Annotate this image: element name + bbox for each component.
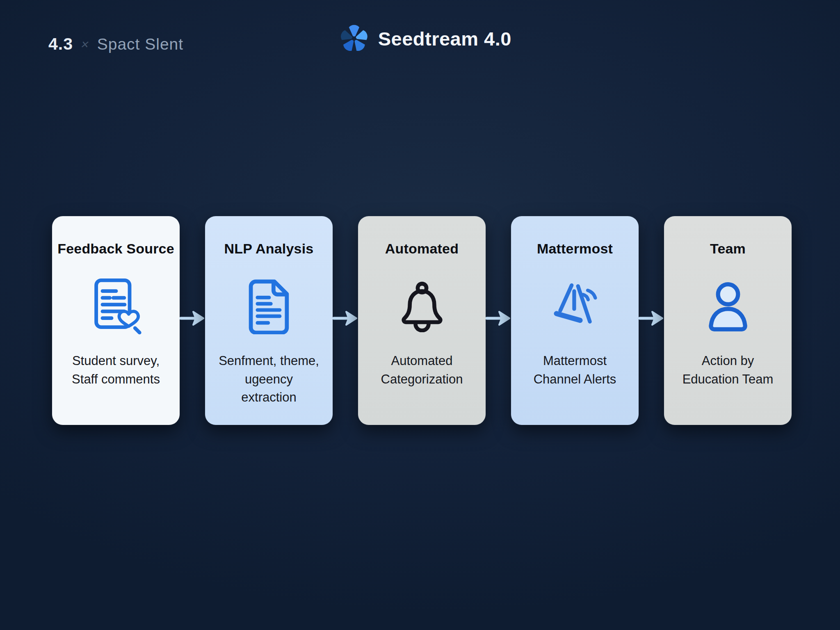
- card-team: Team Action by Education Team: [664, 216, 792, 425]
- person-icon: [701, 267, 755, 345]
- alert-broadcast-icon: [548, 267, 603, 345]
- card-body: Action by Education Team: [682, 352, 774, 388]
- card-body: Automated Categorization: [381, 352, 463, 388]
- flow-arrow: [639, 309, 664, 333]
- slide: 4.3 × Spact Slent Seedtream 4.0 Feedback…: [0, 0, 840, 630]
- card-body: Mattermost Channel Alerts: [534, 352, 616, 388]
- card-nlp-analysis: NLP Analysis Senfment, theme, ugeency ex…: [205, 216, 333, 425]
- flow-arrow: [333, 309, 358, 333]
- card-feedback-source: Feedback Source Student survey, Staff co…: [52, 216, 180, 425]
- card-body: Student survey, Staff comments: [72, 352, 160, 388]
- brand-name: Seedtream 4.0: [378, 27, 511, 50]
- bell-icon: [396, 267, 448, 345]
- card-mattermost: Mattermost Mattermost Channel Alerts: [511, 216, 639, 425]
- card-title: Automated: [385, 241, 459, 257]
- flow-arrow: [180, 309, 205, 333]
- card-title: Feedback Source: [57, 241, 174, 257]
- flow-arrow: [486, 309, 511, 333]
- pipeline: Feedback Source Student survey, Staff co…: [52, 216, 792, 425]
- pinwheel-logo-icon: [339, 23, 370, 54]
- card-title: Team: [710, 241, 746, 257]
- brand: Seedtream 4.0: [339, 23, 511, 54]
- section-number: 4.3: [48, 34, 73, 54]
- multiply-separator: ×: [80, 37, 91, 52]
- card-body: Senfment, theme, ugeency extraction: [219, 352, 319, 407]
- document-heart-search-icon: [89, 267, 143, 345]
- section-label: Spact Slent: [97, 35, 183, 53]
- card-automated: Automated Automated Categorization: [358, 216, 486, 425]
- card-title: Mattermost: [537, 241, 613, 257]
- document-lines-icon: [242, 267, 296, 345]
- card-title: NLP Analysis: [224, 241, 314, 257]
- header-left: 4.3 × Spact Slent: [48, 34, 183, 54]
